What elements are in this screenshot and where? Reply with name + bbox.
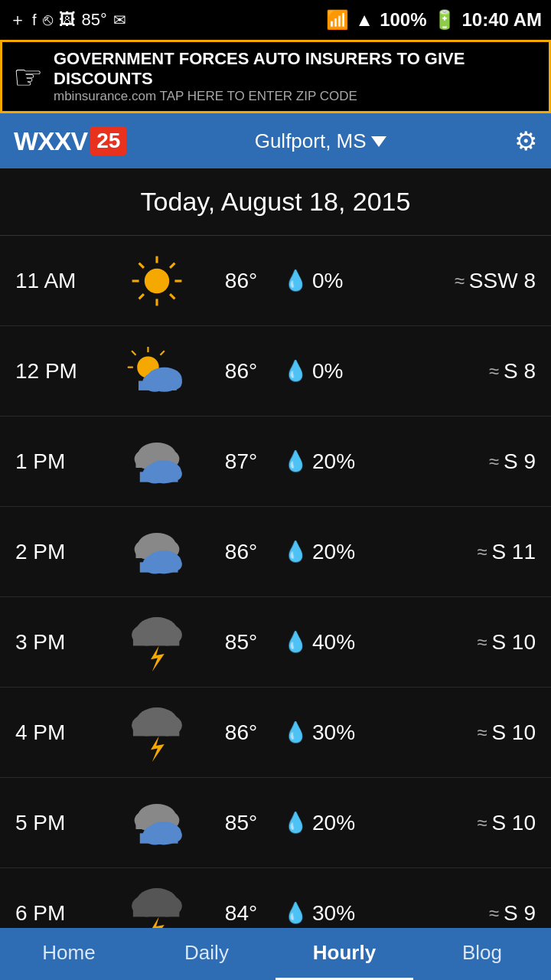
precip-value: 20% <box>312 449 355 474</box>
signal-icon: ▲ <box>355 9 373 31</box>
ad-pointing-icon: ☞ <box>13 57 43 96</box>
row-time: 11 AM <box>15 269 115 293</box>
raindrop-icon: 💧 <box>283 269 308 292</box>
weather-icon-cell <box>115 612 199 673</box>
bottom-nav: Home Daily Hourly Blog <box>0 928 551 980</box>
row-time: 2 PM <box>15 540 115 564</box>
weather-icon-cell <box>115 702 199 763</box>
wind-value: SSW 8 <box>469 269 536 293</box>
wifi-icon: 📶 <box>326 9 349 31</box>
precip-value: 20% <box>312 811 355 835</box>
status-bar: ＋ f ⎋ 🖼 85° ✉ 📶 ▲ 100% 🔋 10:40 AM <box>0 0 551 40</box>
date-text: Today, August 18, 2015 <box>141 187 411 217</box>
svg-line-5 <box>139 263 144 267</box>
precip-value: 30% <box>312 720 355 745</box>
storm-icon <box>126 612 187 673</box>
facebook-icon: f <box>32 11 37 29</box>
ad-text-block: GOVERNMENT FORCES AUTO INSURERS TO GIVE … <box>54 49 538 105</box>
svg-line-13 <box>132 351 135 354</box>
weather-row: 12 PM 86° 💧 0% <box>0 326 551 416</box>
weather-rows: 11 AM 86° 💧 0% ≈ <box>0 236 551 959</box>
wind-icon: ≈ <box>489 451 499 472</box>
svg-line-7 <box>170 263 174 267</box>
gmail-icon: ✉ <box>113 11 126 29</box>
sunny-icon <box>129 253 184 309</box>
nav-hourly[interactable]: Hourly <box>276 928 413 980</box>
raindrop-icon: 💧 <box>283 540 308 564</box>
row-precip: 💧 20% <box>283 449 406 474</box>
svg-line-6 <box>170 294 174 299</box>
weather-icon-cell <box>115 521 199 583</box>
row-precip: 💧 0% <box>283 269 406 293</box>
row-wind: ≈ S 9 <box>406 449 536 474</box>
ad-main-text: GOVERNMENT FORCES AUTO INSURERS TO GIVE … <box>54 49 538 90</box>
row-wind: ≈ S 10 <box>406 720 536 745</box>
usb-icon: ⎋ <box>43 10 53 30</box>
cloudy-blue-icon <box>126 521 187 583</box>
raindrop-icon: 💧 <box>283 811 308 835</box>
location-text: Gulfport, MS <box>255 129 367 153</box>
precip-value: 0% <box>312 269 343 293</box>
svg-rect-34 <box>140 562 178 572</box>
wind-icon: ≈ <box>477 632 487 653</box>
row-wind: ≈ S 9 <box>406 901 536 926</box>
wind-icon: ≈ <box>489 361 499 382</box>
app-header: WXXV 25 Gulfport, MS ⚙ <box>0 113 551 168</box>
raindrop-icon: 💧 <box>283 449 308 473</box>
row-precip: 💧 30% <box>283 901 406 926</box>
chevron-down-icon <box>371 136 386 147</box>
precip-value: 30% <box>312 901 355 926</box>
settings-icon[interactable]: ⚙ <box>514 126 537 156</box>
svg-point-0 <box>145 268 169 292</box>
wind-value: S 10 <box>491 720 536 745</box>
precip-value: 40% <box>312 630 355 655</box>
row-wind: ≈ S 10 <box>406 811 536 835</box>
weather-row: 5 PM 85° 💧 20% ≈ S 10 <box>0 778 551 868</box>
svg-marker-39 <box>151 645 165 671</box>
wind-icon: ≈ <box>477 812 487 834</box>
row-temp: 87° <box>199 449 283 474</box>
svg-rect-18 <box>139 381 177 390</box>
nav-daily-label: Daily <box>184 941 229 965</box>
precip-value: 0% <box>312 359 343 384</box>
nav-home[interactable]: Home <box>0 928 138 980</box>
wind-value: S 10 <box>491 811 536 835</box>
clock: 10:40 AM <box>462 9 542 31</box>
wind-value: S 9 <box>504 449 536 474</box>
row-precip: 💧 30% <box>283 720 406 745</box>
row-time: 12 PM <box>15 359 115 384</box>
temperature-status: 85° <box>82 10 107 30</box>
status-left-icons: ＋ f ⎋ 🖼 85° ✉ <box>9 8 126 31</box>
nav-daily[interactable]: Daily <box>138 928 276 980</box>
wind-icon: ≈ <box>489 903 499 924</box>
date-header: Today, August 18, 2015 <box>0 168 551 236</box>
svg-rect-26 <box>140 472 178 482</box>
svg-rect-38 <box>133 633 179 645</box>
precip-value: 20% <box>312 540 355 564</box>
location-selector[interactable]: Gulfport, MS <box>255 129 386 153</box>
weather-row: 11 AM 86° 💧 0% ≈ <box>0 236 551 326</box>
raindrop-icon: 💧 <box>283 630 308 654</box>
row-wind: ≈ S 11 <box>406 540 536 564</box>
row-time: 6 PM <box>15 901 115 926</box>
svg-rect-52 <box>140 833 178 843</box>
row-time: 5 PM <box>15 811 115 835</box>
wind-icon: ≈ <box>477 722 487 743</box>
row-precip: 💧 20% <box>283 811 406 835</box>
logo-num: 25 <box>90 126 126 155</box>
svg-line-14 <box>160 351 164 354</box>
wind-value: S 8 <box>504 359 536 384</box>
row-temp: 86° <box>199 720 283 745</box>
status-right-info: 📶 ▲ 100% 🔋 10:40 AM <box>326 9 542 31</box>
ad-banner[interactable]: ☞ GOVERNMENT FORCES AUTO INSURERS TO GIV… <box>0 40 551 113</box>
raindrop-icon: 💧 <box>283 901 308 925</box>
nav-blog[interactable]: Blog <box>413 928 551 980</box>
battery-pct: 100% <box>380 9 426 31</box>
row-time: 4 PM <box>15 720 115 745</box>
raindrop-icon: 💧 <box>283 359 308 383</box>
row-precip: 💧 40% <box>283 630 406 655</box>
wind-value: S 9 <box>504 901 536 926</box>
row-temp: 85° <box>199 811 283 835</box>
row-temp: 86° <box>199 540 283 564</box>
weather-icon-cell <box>115 253 199 309</box>
